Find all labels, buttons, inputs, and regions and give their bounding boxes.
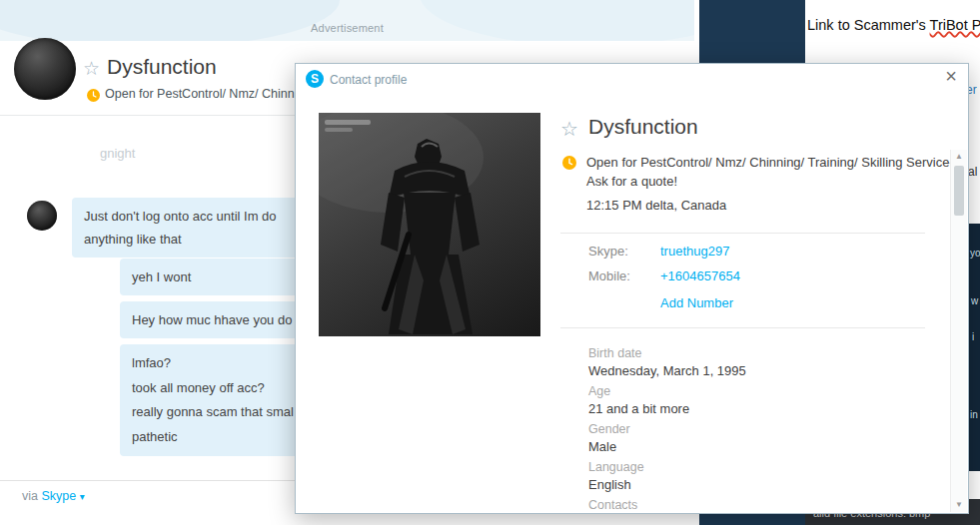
contact-avatar[interactable] xyxy=(14,38,76,100)
close-icon[interactable]: × xyxy=(945,66,957,86)
image-watermark xyxy=(325,128,353,132)
gender-label: Gender xyxy=(588,422,630,436)
mobile-label: Mobile: xyxy=(588,268,630,283)
away-status-icon xyxy=(87,88,100,106)
contacts-label: Contacts xyxy=(588,498,637,512)
scrollbar-thumb[interactable] xyxy=(954,166,964,216)
skype-id-value[interactable]: truethug297 xyxy=(660,244,729,259)
away-status-icon xyxy=(562,156,576,174)
birth-date-label: Birth date xyxy=(588,346,642,360)
image-watermark xyxy=(325,120,371,125)
received-message-bubble: Just don't log onto acc until Im do anyt… xyxy=(72,198,320,258)
profile-local-time: 12:15 PM delta, Canada xyxy=(586,198,726,213)
faded-message: gnight xyxy=(100,146,135,161)
mobile-value[interactable]: +1604657654 xyxy=(660,268,740,283)
heading-flagged-text: TriBot P xyxy=(930,17,980,33)
heading-text: Link to Scammer's xyxy=(807,17,930,33)
via-skype-link[interactable]: via Skype ▾ xyxy=(22,489,85,503)
language-label: Language xyxy=(588,460,644,474)
profile-name: Dysfunction xyxy=(588,115,698,139)
contact-mood-message: Open for PestControl/ Nmz/ Chinn xyxy=(105,87,295,101)
clipped-text-fragment: in xyxy=(970,409,978,420)
clipped-text-fragment: yo xyxy=(970,248,980,259)
message-sender-avatar[interactable] xyxy=(27,201,57,231)
clipped-text-fragment: w xyxy=(971,295,978,306)
contact-profile-dialog: S Contact profile × ☆ Dysfunction xyxy=(295,63,969,514)
add-number-link[interactable]: Add Number xyxy=(660,295,733,310)
contact-name: Dysfunction xyxy=(107,55,217,79)
section-divider xyxy=(560,233,925,234)
age-label: Age xyxy=(588,384,610,398)
scroll-down-icon[interactable]: ▼ xyxy=(951,498,967,512)
profile-mood-message: Open for PestControl/ Nmz/ Chinning/ Tra… xyxy=(586,153,954,191)
favorite-star-icon[interactable]: ☆ xyxy=(83,57,100,80)
edge-dark-panel xyxy=(969,224,980,471)
birth-date-value: Wednesday, March 1, 1995 xyxy=(588,363,746,378)
scroll-up-icon[interactable]: ▲ xyxy=(951,150,967,164)
dialog-scrollbar[interactable]: ▲ ▼ xyxy=(950,150,967,512)
advertisement-label: Advertisement xyxy=(0,22,694,34)
advertisement-banner: Advertisement xyxy=(0,0,694,41)
skype-logo-icon: S xyxy=(306,70,324,88)
section-divider xyxy=(560,327,925,328)
banner-decoration xyxy=(0,0,340,41)
language-value: English xyxy=(588,477,631,492)
banner-decoration xyxy=(420,0,694,41)
clipped-text-fragment: al xyxy=(968,165,977,179)
armored-knight-figure xyxy=(319,113,540,336)
via-skype-label[interactable]: Skype xyxy=(41,489,76,503)
via-label: via xyxy=(22,489,38,503)
profile-picture xyxy=(319,113,540,336)
favorite-star-icon[interactable]: ☆ xyxy=(560,117,578,141)
gender-value: Male xyxy=(588,439,616,454)
clipped-text-fragment: i xyxy=(972,331,974,342)
age-value: 21 and a bit more xyxy=(588,401,689,416)
dialog-title: Contact profile xyxy=(330,73,407,87)
chevron-down-icon[interactable]: ▾ xyxy=(80,491,85,502)
page-heading: Link to Scammer's TriBot P xyxy=(807,17,980,33)
message-line: Just don't log onto acc until Im do xyxy=(84,205,308,228)
message-line: anything like that xyxy=(84,228,308,251)
skype-id-label: Skype: xyxy=(588,244,628,259)
